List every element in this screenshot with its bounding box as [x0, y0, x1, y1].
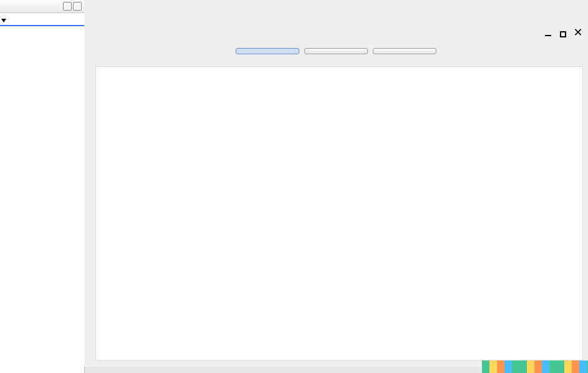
heatmap-strip: [482, 361, 588, 373]
device-history-panel: [0, 0, 85, 373]
device-tree: [0, 13, 84, 29]
tab-attributes[interactable]: [373, 48, 436, 54]
panel-header: [0, 0, 84, 13]
tab-graph[interactable]: [236, 48, 299, 54]
window-controls: ✕: [543, 27, 583, 37]
charts-svg: [96, 67, 582, 360]
close-panel-icon[interactable]: [73, 2, 82, 11]
minimize-icon[interactable]: [543, 27, 553, 37]
maximize-icon[interactable]: [558, 27, 568, 37]
tab-data[interactable]: [304, 48, 368, 54]
caret-down-icon[interactable]: [1, 19, 6, 22]
chart-pane: [95, 66, 583, 361]
tree-root-node[interactable]: [0, 14, 84, 25]
detach-icon[interactable]: [63, 2, 72, 11]
view-toolbar: [84, 47, 588, 56]
main-window: ✕: [84, 0, 588, 367]
tree-item-retention[interactable]: [0, 26, 84, 27]
close-icon[interactable]: ✕: [573, 27, 583, 37]
